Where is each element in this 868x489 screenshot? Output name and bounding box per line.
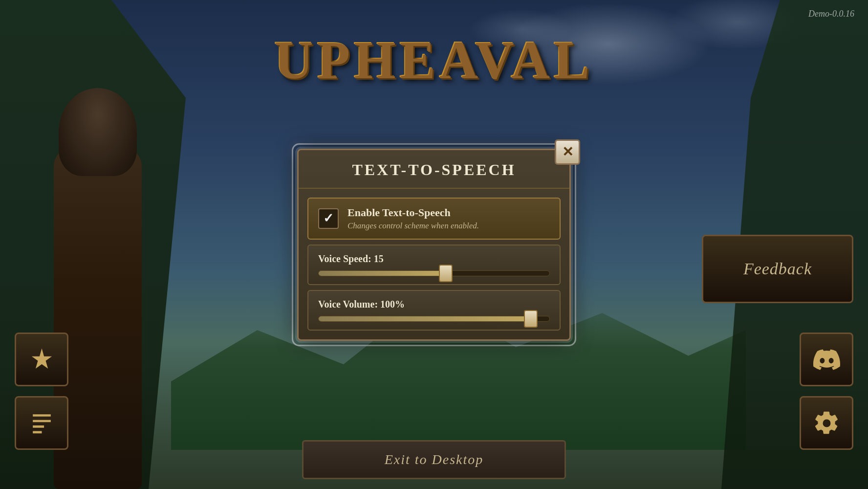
voice-volume-track[interactable] [318, 316, 550, 322]
modal-title: TEXT-TO-SPEECH [313, 161, 555, 179]
modal-body: ✓ Enable Text-to-Speech Changes control … [299, 189, 569, 339]
tts-main-label: Enable Text-to-Speech [347, 206, 479, 219]
tts-checkbox[interactable]: ✓ [318, 208, 339, 229]
modal-overlay: ✕ TEXT-TO-SPEECH ✓ Enable Text-to-Speech… [0, 0, 868, 489]
voice-volume-fill [319, 316, 531, 321]
tts-modal: ✕ TEXT-TO-SPEECH ✓ Enable Text-to-Speech… [297, 149, 571, 341]
close-icon: ✕ [562, 145, 573, 159]
modal-close-button[interactable]: ✕ [555, 139, 580, 165]
checkmark-icon: ✓ [323, 211, 334, 226]
enable-tts-row[interactable]: ✓ Enable Text-to-Speech Changes control … [307, 198, 561, 240]
voice-speed-fill [319, 271, 446, 276]
voice-volume-thumb[interactable] [524, 310, 538, 328]
voice-volume-label: Voice Volume: 100% [318, 299, 550, 310]
voice-volume-row: Voice Volume: 100% [307, 290, 561, 331]
modal-wrapper: ✕ TEXT-TO-SPEECH ✓ Enable Text-to-Speech… [297, 149, 571, 341]
modal-header: TEXT-TO-SPEECH [299, 150, 569, 189]
voice-speed-thumb[interactable] [439, 265, 453, 282]
tts-sub-label: Changes control scheme when enabled. [347, 221, 479, 231]
tts-label-group: Enable Text-to-Speech Changes control sc… [347, 206, 479, 231]
voice-speed-track[interactable] [318, 270, 550, 276]
voice-speed-label: Voice Speed: 15 [318, 253, 550, 265]
voice-speed-row: Voice Speed: 15 [307, 244, 561, 285]
